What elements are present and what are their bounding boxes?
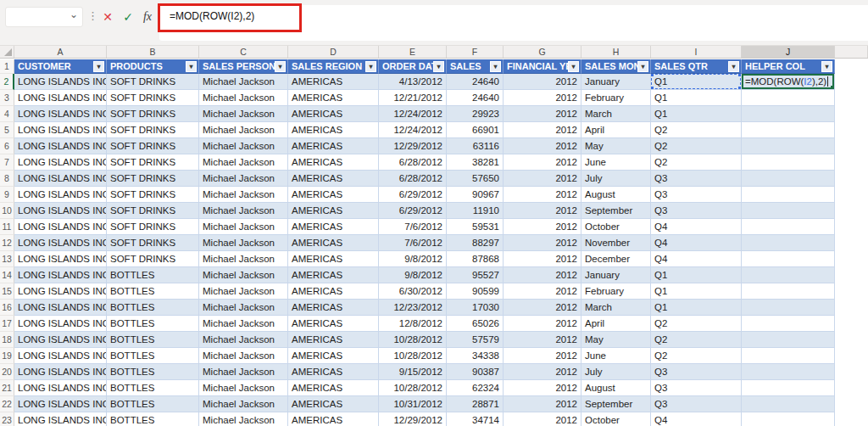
cell-F14[interactable]: 95527	[447, 267, 504, 283]
cell-G13[interactable]: 2012	[504, 251, 581, 267]
cell-F17[interactable]: 65026	[447, 316, 504, 332]
cell-I20[interactable]: Q3	[651, 364, 742, 380]
cell-H7[interactable]: June	[581, 154, 651, 171]
cell-J21[interactable]	[742, 380, 835, 396]
cell-G21[interactable]: 2012	[504, 380, 581, 396]
row-header-22[interactable]: 22	[0, 396, 14, 412]
cell-D18[interactable]: AMERICAS	[288, 332, 379, 348]
cell-H4[interactable]: March	[581, 106, 651, 122]
cell-J16[interactable]	[742, 300, 835, 316]
filter-button-qtr[interactable]: ▾	[728, 61, 739, 72]
cell-C10[interactable]: Michael Jackson	[199, 203, 288, 219]
cell-C21[interactable]: Michael Jackson	[199, 380, 288, 396]
cell-D5[interactable]: AMERICAS	[288, 122, 379, 138]
cell-I9[interactable]: Q3	[651, 187, 742, 203]
cell-D22[interactable]: AMERICAS	[288, 396, 379, 412]
cell-D16[interactable]: AMERICAS	[288, 300, 379, 316]
cell-G16[interactable]: 2012	[504, 300, 581, 316]
cell-E3[interactable]: 12/21/2012	[379, 90, 447, 106]
header-cell-year[interactable]: FINANCIAL YEA▾	[504, 59, 581, 74]
cell-D11[interactable]: AMERICAS	[288, 219, 379, 235]
cell-C19[interactable]: Michael Jackson	[199, 348, 288, 364]
cell-B7[interactable]: SOFT DRINKS	[107, 154, 199, 171]
row-header-11[interactable]: 11	[0, 219, 14, 235]
cell-B17[interactable]: BOTTLES	[107, 316, 199, 332]
filter-button-sales[interactable]: ▾	[490, 61, 501, 72]
cell-J4[interactable]	[742, 106, 835, 122]
cell-A15[interactable]: LONG ISLANDS INC	[14, 283, 107, 300]
cell-I10[interactable]: Q3	[651, 203, 742, 219]
cell-F3[interactable]: 24640	[447, 90, 504, 106]
cell-A5[interactable]: LONG ISLANDS INC	[14, 122, 107, 138]
cell-H10[interactable]: September	[581, 203, 651, 219]
row-header-4[interactable]: 4	[0, 106, 14, 122]
cell-F9[interactable]: 90967	[447, 187, 504, 203]
cell-B15[interactable]: BOTTLES	[107, 283, 199, 300]
cell-H15[interactable]: February	[581, 283, 651, 300]
cancel-button[interactable]: ✕	[98, 7, 117, 27]
cell-G19[interactable]: 2012	[504, 348, 581, 364]
cell-J20[interactable]	[742, 364, 835, 380]
cell-J18[interactable]	[742, 332, 835, 348]
cell-G8[interactable]: 2012	[504, 171, 581, 187]
cell-J5[interactable]	[742, 122, 835, 138]
cell-F4[interactable]: 29923	[447, 106, 504, 122]
cell-H19[interactable]: June	[581, 348, 651, 364]
cell-I15[interactable]: Q1	[651, 283, 742, 300]
cell-G2[interactable]: 2012	[504, 74, 581, 90]
cell-B20[interactable]: BOTTLES	[107, 364, 199, 380]
header-cell-region[interactable]: SALES REGION▾	[288, 59, 379, 74]
cell-E13[interactable]: 9/8/2012	[379, 251, 447, 267]
cell-E8[interactable]: 6/28/2012	[379, 171, 447, 187]
cell-B21[interactable]: BOTTLES	[107, 380, 199, 396]
cell-G11[interactable]: 2012	[504, 219, 581, 235]
cell-H22[interactable]: September	[581, 396, 651, 412]
cell-D14[interactable]: AMERICAS	[288, 267, 379, 283]
cell-I16[interactable]: Q1	[651, 300, 742, 316]
cell-E10[interactable]: 6/29/2012	[379, 203, 447, 219]
cell-C15[interactable]: Michael Jackson	[199, 283, 288, 300]
column-letter-I[interactable]: I	[651, 46, 742, 58]
cell-A20[interactable]: LONG ISLANDS INC	[14, 364, 107, 380]
cell-I14[interactable]: Q1	[651, 267, 742, 283]
cell-J6[interactable]	[742, 138, 835, 154]
cell-G12[interactable]: 2012	[504, 235, 581, 251]
cell-J19[interactable]	[742, 348, 835, 364]
row-header-17[interactable]: 17	[0, 316, 14, 332]
cell-J15[interactable]	[742, 283, 835, 300]
cell-A3[interactable]: LONG ISLANDS INC	[14, 90, 107, 106]
cell-I19[interactable]: Q2	[651, 348, 742, 364]
cell-H17[interactable]: April	[581, 316, 651, 332]
cell-I22[interactable]: Q3	[651, 396, 742, 412]
cell-G14[interactable]: 2012	[504, 267, 581, 283]
cell-C9[interactable]: Michael Jackson	[199, 187, 288, 203]
cell-H14[interactable]: January	[581, 267, 651, 283]
cell-G6[interactable]: 2012	[504, 138, 581, 154]
cell-A21[interactable]: LONG ISLANDS INC	[14, 380, 107, 396]
cell-H8[interactable]: July	[581, 171, 651, 187]
cell-I4[interactable]: Q1	[651, 106, 742, 122]
cell-H16[interactable]: March	[581, 300, 651, 316]
column-letter-B[interactable]: B	[107, 46, 199, 58]
cell-G20[interactable]: 2012	[504, 364, 581, 380]
cell-E16[interactable]: 12/23/2012	[379, 300, 447, 316]
row-header-9[interactable]: 9	[0, 187, 14, 203]
cell-J13[interactable]	[742, 251, 835, 267]
cell-J23[interactable]	[742, 412, 835, 426]
cell-D7[interactable]: AMERICAS	[288, 154, 379, 171]
cell-C11[interactable]: Michael Jackson	[199, 219, 288, 235]
cell-D10[interactable]: AMERICAS	[288, 203, 379, 219]
cell-G22[interactable]: 2012	[504, 396, 581, 412]
row-header-8[interactable]: 8	[0, 171, 14, 187]
cell-B22[interactable]: BOTTLES	[107, 396, 199, 412]
cell-E20[interactable]: 9/15/2012	[379, 364, 447, 380]
row-header-12[interactable]: 12	[0, 235, 14, 251]
cell-C6[interactable]: Michael Jackson	[199, 138, 288, 154]
row-header-13[interactable]: 13	[0, 251, 14, 267]
cell-F16[interactable]: 17030	[447, 300, 504, 316]
cell-E7[interactable]: 6/28/2012	[379, 154, 447, 171]
cell-I5[interactable]: Q2	[651, 122, 742, 138]
cell-A13[interactable]: LONG ISLANDS INC	[14, 251, 107, 267]
enter-button[interactable]: ✓	[119, 7, 137, 27]
cell-J10[interactable]	[742, 203, 835, 219]
